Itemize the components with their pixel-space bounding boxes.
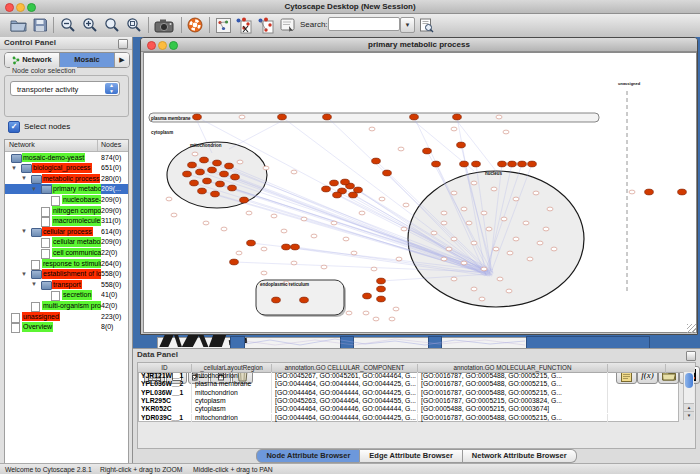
node-unselected[interactable] <box>239 115 245 119</box>
node-unselected[interactable] <box>203 221 209 225</box>
tree-item-primary-metabo[interactable]: ▼primary metabo209(... <box>5 184 128 195</box>
node-unselected[interactable] <box>523 221 529 225</box>
network-overview-button[interactable] <box>213 15 233 35</box>
node-selected[interactable] <box>472 161 481 167</box>
node-unselected[interactable] <box>401 227 407 231</box>
tree-item-metabolic-process[interactable]: ▼metabolic process280(0) <box>5 173 128 184</box>
node-unselected[interactable] <box>501 217 507 221</box>
node-unselected[interactable] <box>359 211 365 215</box>
remove-selected-button[interactable] <box>255 15 275 35</box>
node-unselected[interactable] <box>451 127 457 131</box>
node-selected[interactable] <box>213 160 222 166</box>
node-unselected[interactable] <box>446 247 452 251</box>
tree-item-nitrogen-compo[interactable]: nitrogen compo209(0) <box>5 205 128 216</box>
node-unselected[interactable] <box>543 227 549 231</box>
node-selected[interactable] <box>330 180 339 186</box>
node-unselected[interactable] <box>291 261 297 265</box>
node-selected[interactable] <box>300 297 309 303</box>
node-unselected[interactable] <box>373 317 379 321</box>
float-panel-icon[interactable] <box>686 351 696 361</box>
node-selected[interactable] <box>363 293 372 299</box>
zoom-out-button[interactable] <box>58 15 78 35</box>
node-unselected[interactable] <box>291 170 297 174</box>
node-selected[interactable] <box>457 142 466 148</box>
zoom-in-button[interactable] <box>80 15 100 35</box>
node-unselected[interactable] <box>471 287 477 291</box>
expander-icon[interactable]: ▼ <box>31 185 37 194</box>
node-selected[interactable] <box>341 179 350 185</box>
node-selected[interactable] <box>423 148 432 154</box>
node-selected[interactable] <box>282 244 291 250</box>
table-row[interactable]: YPL036W__2plasma membrane[GO:0044464, GO… <box>138 380 679 388</box>
tab-mosaic[interactable]: Mosaic <box>60 53 115 67</box>
node-selected[interactable] <box>228 185 237 191</box>
expander-icon[interactable]: ▼ <box>11 164 17 173</box>
zoom-selected-button[interactable] <box>124 15 144 35</box>
node-selected[interactable] <box>518 161 527 167</box>
node-unselected[interactable] <box>271 214 277 218</box>
expander-icon[interactable]: ▼ <box>21 270 27 279</box>
node-selected[interactable] <box>198 188 207 194</box>
node-unselected[interactable] <box>261 247 267 251</box>
node-selected[interactable] <box>432 161 441 167</box>
open-button[interactable] <box>8 15 28 35</box>
annotations-button[interactable] <box>277 15 297 35</box>
node-unselected[interactable] <box>527 257 533 261</box>
node-unselected[interactable] <box>393 307 399 311</box>
table-row[interactable]: YKR052Ccytoplasm[GO:0044464, GO:0044446,… <box>138 405 679 413</box>
node-unselected[interactable] <box>371 267 377 271</box>
tab-node-attribute-browser[interactable]: Node Attribute Browser <box>256 449 360 463</box>
search-dropdown-arrow[interactable]: ▼ <box>400 17 415 33</box>
node-selected[interactable] <box>196 169 205 175</box>
node-selected[interactable] <box>453 114 462 120</box>
node-selected[interactable] <box>377 278 386 284</box>
node-selected[interactable] <box>377 286 386 292</box>
node-unselected[interactable] <box>497 277 503 281</box>
node-unselected[interactable] <box>496 115 502 119</box>
node-unselected[interactable] <box>351 251 357 255</box>
tree-item-response-to-stimulu[interactable]: response to stimulu264(0) <box>5 258 128 269</box>
network-window-titlebar[interactable]: primary metabolic process <box>141 38 697 52</box>
node-unselected[interactable] <box>507 251 513 255</box>
node-unselected[interactable] <box>513 197 519 201</box>
node-selected[interactable] <box>220 171 229 177</box>
node-selected[interactable] <box>278 114 287 120</box>
node-unselected[interactable] <box>533 191 539 195</box>
table-row[interactable]: YPL036W__1mitochondrion[GO:0044464, GO:0… <box>138 389 679 397</box>
node-unselected[interactable] <box>246 211 252 215</box>
node-unselected[interactable] <box>451 277 457 281</box>
tab-network-attribute-browser[interactable]: Network Attribute Browser <box>463 449 577 463</box>
hide-selected-button[interactable] <box>233 15 253 35</box>
node-selected[interactable] <box>203 178 212 184</box>
node-unselected[interactable] <box>441 221 447 225</box>
node-unselected[interactable] <box>389 317 395 321</box>
help-button[interactable] <box>185 15 205 35</box>
table-row[interactable]: YLR295Ccytoplasm[GO:0045263, GO:0044464,… <box>138 397 679 405</box>
node-unselected[interactable] <box>261 271 267 275</box>
node-unselected[interactable] <box>431 231 437 235</box>
expander-icon[interactable]: ▼ <box>21 174 27 183</box>
table-row[interactable]: YDR039C__1mitochondrion[GO:0044464, GO:0… <box>138 414 679 422</box>
tree-item-nucleobase-[interactable]: nucleobase-209(0) <box>5 194 128 205</box>
tree-item-mosaic-demo-yeast[interactable]: mosaic-demo-yeast874(0) <box>5 152 128 163</box>
node-selected[interactable] <box>528 161 537 167</box>
tree-item-secretion[interactable]: secretion41(0) <box>5 290 128 301</box>
node-selected[interactable] <box>372 158 381 164</box>
node-unselected[interactable] <box>629 190 635 194</box>
node-unselected[interactable] <box>471 241 477 245</box>
tab-edge-attribute-browser[interactable]: Edge Attribute Browser <box>360 449 462 463</box>
node-selected[interactable] <box>200 157 209 163</box>
node-selected[interactable] <box>208 167 217 173</box>
node-selected[interactable] <box>216 181 225 187</box>
node-unselected[interactable] <box>461 207 467 211</box>
node-selected[interactable] <box>272 297 281 303</box>
node-selected[interactable] <box>333 192 342 198</box>
node-unselected[interactable] <box>379 197 385 201</box>
node-selected[interactable] <box>247 240 256 246</box>
node-unselected[interactable] <box>363 311 369 315</box>
node-unselected[interactable] <box>171 213 177 217</box>
save-button[interactable] <box>30 15 50 35</box>
node-selected[interactable] <box>231 174 240 180</box>
select-nodes-checkbox[interactable]: ✓ <box>8 121 20 133</box>
node-unselected[interactable] <box>346 311 352 315</box>
